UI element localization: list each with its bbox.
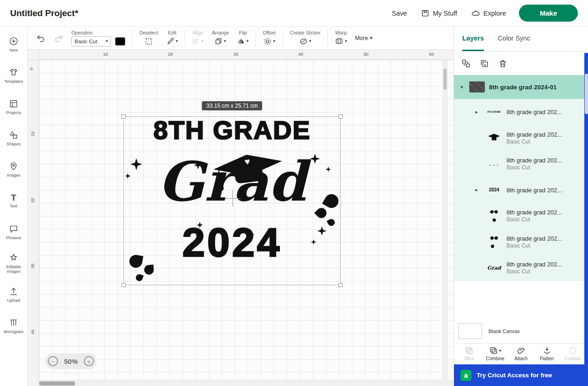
- offset-button[interactable]: Offset ▾: [263, 30, 276, 46]
- sidebar-item-shapes[interactable]: Shapes: [0, 125, 28, 151]
- operation-tool: Operation Basic Cut ▾: [71, 30, 125, 46]
- selection-box[interactable]: 33.15 cm x 25.71 cm 8TH GRADE Grad 2024 …: [123, 116, 341, 285]
- project-title[interactable]: Untitled Project*: [10, 8, 78, 18]
- chevron-down-icon: ▾: [499, 349, 501, 353]
- ruler-mark: 20: [30, 198, 35, 203]
- sidebar-item-projects[interactable]: Projects: [0, 94, 28, 120]
- layer-name: 8th grade grad 202...: [506, 131, 562, 138]
- chevron-right-icon[interactable]: ▸: [473, 187, 480, 193]
- sidebar-item-upload[interactable]: Upload: [0, 282, 28, 308]
- delete-icon[interactable]: [498, 59, 507, 68]
- slice-button[interactable]: Slice: [457, 346, 482, 364]
- arrange-button[interactable]: Arrange ▾: [212, 30, 229, 46]
- ruler-mark: 30: [30, 264, 35, 269]
- save-button[interactable]: Save: [392, 10, 407, 17]
- resize-handle-top-left[interactable]: [122, 115, 126, 119]
- chevron-down-icon: ▾: [105, 39, 108, 43]
- layer-row[interactable]: ▸ 8TH GRADE 8th grade grad 202...: [454, 99, 588, 125]
- edit-toolbar: Operation Basic Cut ▾ Deselect Edit ▾ Al…: [28, 27, 454, 50]
- align-button[interactable]: Align ▾: [192, 30, 204, 46]
- make-button[interactable]: Make: [519, 5, 578, 22]
- chevron-down-icon[interactable]: ▾: [459, 84, 465, 90]
- flip-button[interactable]: Flip ▾: [237, 30, 249, 46]
- layer-thumbnail: Grad: [486, 262, 502, 274]
- design-text-8th-grade: 8TH GRADE: [124, 115, 340, 145]
- pencil-icon: [167, 37, 175, 45]
- layer-row[interactable]: Grad 8th grade grad 202... Basic Cut: [454, 255, 588, 281]
- sidebar-item-templates[interactable]: Templates: [0, 63, 28, 89]
- combine-button[interactable]: ▾ Combine: [483, 346, 507, 364]
- sidebar-label: Templates: [4, 79, 23, 84]
- chevron-down-icon: ▾: [224, 39, 226, 43]
- sidebar-item-editable-images[interactable]: Editable Images: [0, 250, 28, 277]
- edit-button[interactable]: Edit ▾: [167, 30, 178, 46]
- chevron-down-icon: ▾: [345, 39, 347, 43]
- scrollbar-thumb[interactable]: [443, 69, 447, 90]
- warp-button[interactable]: Warp ▾: [335, 30, 347, 46]
- sidebar-item-new[interactable]: New: [0, 31, 28, 58]
- design-canvas[interactable]: 33.15 cm x 25.71 cm 8TH GRADE Grad 2024 …: [39, 60, 454, 380]
- deselect-button[interactable]: Deselect: [140, 30, 158, 46]
- cricut-access-banner[interactable]: a Try Cricut Access for free: [454, 364, 588, 386]
- explore-button[interactable]: Explore: [471, 9, 506, 18]
- zoom-in-button[interactable]: +: [84, 356, 94, 366]
- sidebar-item-monogram[interactable]: Monogram: [0, 313, 28, 339]
- layer-name: 8th grade grad 202...: [506, 235, 562, 242]
- layer-name: 8th grade grad 202...: [506, 187, 562, 194]
- layer-row[interactable]: ▸ 2024 8th grade grad 202...: [454, 177, 588, 203]
- layer-name: 8th grade grad 202...: [506, 109, 562, 115]
- operation-select[interactable]: Basic Cut ▾: [71, 36, 111, 46]
- vertical-scrollbar[interactable]: [442, 61, 448, 379]
- layer-row[interactable]: 8th grade grad 202... Basic Cut: [454, 125, 588, 151]
- arrange-layers-icon[interactable]: [461, 59, 471, 68]
- create-sticker-icon: [299, 37, 308, 46]
- blank-canvas-label: Blank Canvas: [489, 328, 520, 334]
- my-stuff-button[interactable]: My Stuff: [421, 9, 457, 17]
- layer-row[interactable]: 8th grade grad 202... Basic Cut: [454, 203, 588, 229]
- attach-button[interactable]: Attach: [509, 346, 534, 364]
- chevron-down-icon: ▾: [370, 35, 373, 40]
- tab-layers[interactable]: Layers: [462, 27, 484, 51]
- layer-children-list: ▸ 8TH GRADE 8th grade grad 202... 8th gr…: [454, 99, 588, 281]
- left-sidebar: New Templates Projects Shapes Images T T…: [0, 27, 28, 386]
- sidebar-item-text[interactable]: T Text: [0, 188, 28, 214]
- resize-handle-top-right[interactable]: [338, 115, 343, 119]
- sidebar-label: Monogram: [4, 329, 23, 334]
- slice-icon: [465, 346, 474, 355]
- flatten-button[interactable]: Flatten: [535, 346, 559, 364]
- duplicate-icon[interactable]: [480, 59, 489, 68]
- monogram-icon: [9, 318, 18, 328]
- horizontal-scrollbar[interactable]: [39, 380, 454, 386]
- scrollbar-thumb[interactable]: [585, 74, 588, 114]
- page-scrollbar[interactable]: [584, 53, 588, 386]
- blank-canvas-swatch[interactable]: [458, 323, 482, 339]
- scrollbar-thumb[interactable]: [39, 381, 75, 386]
- sidebar-item-phrases[interactable]: Phrases: [0, 219, 28, 245]
- bottom-actions-bar: Slice ▾ Combine Attach Flatten: [454, 343, 588, 364]
- zoom-out-button[interactable]: −: [48, 356, 58, 366]
- flatten-icon: [542, 346, 552, 355]
- resize-handle-bottom-right[interactable]: [338, 283, 343, 287]
- undo-button[interactable]: [35, 32, 47, 44]
- blank-canvas-row: Blank Canvas: [454, 321, 588, 341]
- ruler-mark: 40: [30, 329, 35, 334]
- create-sticker-button[interactable]: Create Sticker ▾: [290, 30, 321, 46]
- redo-button[interactable]: [52, 32, 64, 44]
- ruler-mark: 50: [364, 52, 369, 57]
- color-swatch[interactable]: [115, 37, 125, 46]
- layer-actions-row: [454, 52, 588, 75]
- align-icon: [192, 37, 200, 45]
- more-button[interactable]: More ▾: [355, 35, 373, 41]
- contour-button[interactable]: Contour: [560, 346, 585, 364]
- chevron-right-icon[interactable]: ▸: [473, 109, 480, 115]
- sidebar-label: Upload: [7, 298, 20, 303]
- tab-color-sync[interactable]: Color Sync: [498, 27, 530, 51]
- layer-row[interactable]: 8th grade grad 202... Basic Cut: [454, 229, 588, 255]
- layer-group-row-selected[interactable]: ▾ 8th grade grad 2024-01: [454, 75, 588, 99]
- layer-row[interactable]: . . . 8th grade grad 202... Basic Cut: [454, 151, 588, 177]
- sidebar-item-images[interactable]: Images: [0, 156, 28, 183]
- top-header: Untitled Project* Save My Stuff Explore …: [0, 0, 588, 27]
- projects-icon: [9, 99, 18, 109]
- resize-handle-bottom-left[interactable]: [122, 283, 126, 287]
- sidebar-label: Projects: [6, 110, 21, 115]
